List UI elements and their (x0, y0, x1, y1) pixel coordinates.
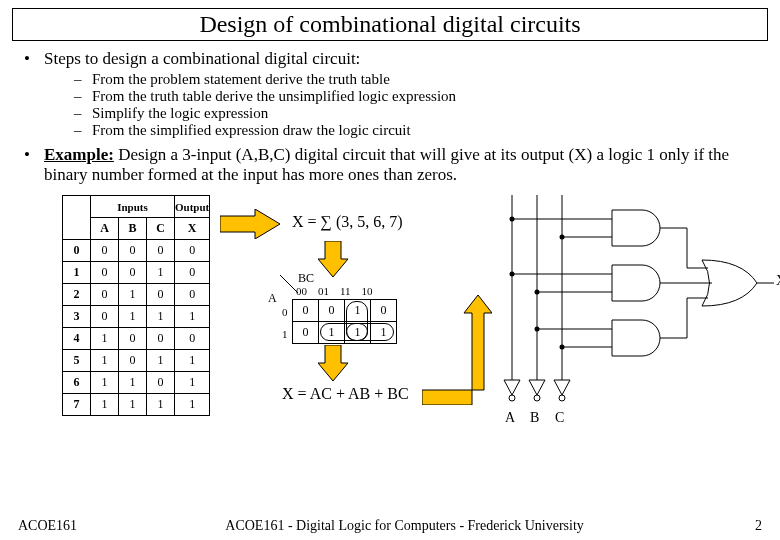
logic-circuit (492, 195, 780, 425)
circuit-label-x: X (776, 273, 780, 289)
tt-cell: 0 (119, 328, 147, 350)
kmap: BC A 00 01 11 10 0 1 0 0 1 0 0 (266, 275, 397, 344)
km-col-10: 10 (362, 285, 373, 297)
tt-cell: 1 (119, 372, 147, 394)
circuit-label-b: B (530, 410, 539, 426)
svg-point-20 (535, 290, 540, 295)
tt-cell: 0 (119, 350, 147, 372)
sum-expression: X = ∑ (3, 5, 6, 7) (292, 213, 403, 231)
diagram-area: Inputs Output A B C X 000001001020100301… (62, 195, 758, 455)
tt-cell: 0 (119, 262, 147, 284)
svg-point-18 (510, 272, 515, 277)
tt-cell: 1 (175, 306, 210, 328)
tt-cell: 1 (175, 372, 210, 394)
arrow-down-icon (318, 345, 348, 381)
slide-content: Steps to design a combinational digital … (0, 41, 780, 455)
substep-2: From the truth table derive the unsimpli… (74, 88, 758, 105)
arrow-down-icon (318, 241, 348, 277)
substep-4: From the simplified expression draw the … (74, 122, 758, 139)
km-cell: 0 (293, 300, 319, 322)
th-output: Output (175, 196, 210, 218)
tt-cell: 6 (63, 372, 91, 394)
tt-cell: 4 (63, 328, 91, 350)
substep-3: Simplify the logic expression (74, 105, 758, 122)
substep-1: From the problem statement derive the tr… (74, 71, 758, 88)
svg-marker-9 (529, 380, 545, 395)
th-c: C (147, 218, 175, 240)
tt-cell: 1 (91, 394, 119, 416)
tt-cell: 3 (63, 306, 91, 328)
th-inputs: Inputs (91, 196, 175, 218)
tt-cell: 1 (91, 350, 119, 372)
tt-cell: 0 (175, 284, 210, 306)
tt-cell: 0 (175, 328, 210, 350)
example-text: Design a 3-input (A,B,C) digital circuit… (44, 145, 729, 184)
tt-cell: 0 (147, 372, 175, 394)
svg-point-16 (560, 235, 565, 240)
svg-point-14 (510, 217, 515, 222)
and-gate-icon (612, 265, 660, 301)
km-col-01: 01 (318, 285, 329, 297)
arrow-elbow-icon (422, 295, 492, 405)
km-cell: 0 (319, 300, 345, 322)
tt-cell: 0 (175, 262, 210, 284)
tt-cell: 0 (147, 328, 175, 350)
svg-marker-1 (318, 241, 348, 277)
tt-cell: 0 (91, 284, 119, 306)
truth-table: Inputs Output A B C X 000001001020100301… (62, 195, 210, 416)
tt-cell: 0 (119, 240, 147, 262)
arrow-icon (220, 209, 280, 239)
tt-cell: 1 (147, 350, 175, 372)
tt-cell: 1 (147, 262, 175, 284)
tt-cell: 0 (147, 284, 175, 306)
tt-cell: 2 (63, 284, 91, 306)
tt-cell: 0 (91, 240, 119, 262)
svg-point-24 (560, 345, 565, 350)
svg-point-10 (534, 395, 540, 401)
tt-cell: 1 (63, 262, 91, 284)
kmap-axis-a: A (268, 291, 277, 306)
bullet-example: Example: Design a 3-input (A,B,C) digita… (22, 145, 758, 185)
km-cell: 0 (371, 300, 397, 322)
tt-cell: 5 (63, 350, 91, 372)
tt-cell: 1 (175, 350, 210, 372)
km-cell: 0 (293, 322, 319, 344)
tt-cell: 1 (175, 394, 210, 416)
not-gate-icon (554, 380, 570, 401)
th-a: A (91, 218, 119, 240)
tt-cell: 1 (119, 394, 147, 416)
tt-cell: 1 (91, 328, 119, 350)
th-b: B (119, 218, 147, 240)
bullet-steps: Steps to design a combinational digital … (22, 49, 758, 139)
page-number: 2 (732, 518, 762, 534)
svg-marker-11 (554, 380, 570, 395)
svg-marker-2 (318, 345, 348, 381)
slide-footer: ACOE161 ACOE161 - Digital Logic for Comp… (0, 518, 780, 534)
bullet-steps-text: Steps to design a combinational digital … (44, 49, 360, 68)
svg-marker-7 (504, 380, 520, 395)
example-label: Example: (44, 145, 114, 164)
km-row-1: 1 (282, 323, 288, 345)
footer-center: ACOE161 - Digital Logic for Computers - … (77, 518, 732, 534)
tt-cell: 1 (147, 306, 175, 328)
tt-cell: 1 (147, 394, 175, 416)
circuit-label-a: A (505, 410, 515, 426)
tt-cell: 1 (119, 284, 147, 306)
and-gate-icon (612, 320, 660, 356)
footer-left: ACOE161 (18, 518, 77, 534)
svg-marker-0 (220, 209, 280, 239)
not-gate-icon (504, 380, 520, 401)
tt-cell: 0 (91, 306, 119, 328)
slide-title: Design of combinational digital circuits (12, 8, 768, 41)
circuit-label-c: C (555, 410, 564, 426)
km-col-11: 11 (340, 285, 351, 297)
th-x: X (175, 218, 210, 240)
and-gate-icon (612, 210, 660, 246)
svg-point-12 (559, 395, 565, 401)
final-expression: X = AC + AB + BC (282, 385, 409, 403)
tt-cell: 0 (91, 262, 119, 284)
not-gate-icon (529, 380, 545, 401)
km-row-0: 0 (282, 301, 288, 323)
svg-point-22 (535, 327, 540, 332)
tt-cell: 1 (119, 306, 147, 328)
